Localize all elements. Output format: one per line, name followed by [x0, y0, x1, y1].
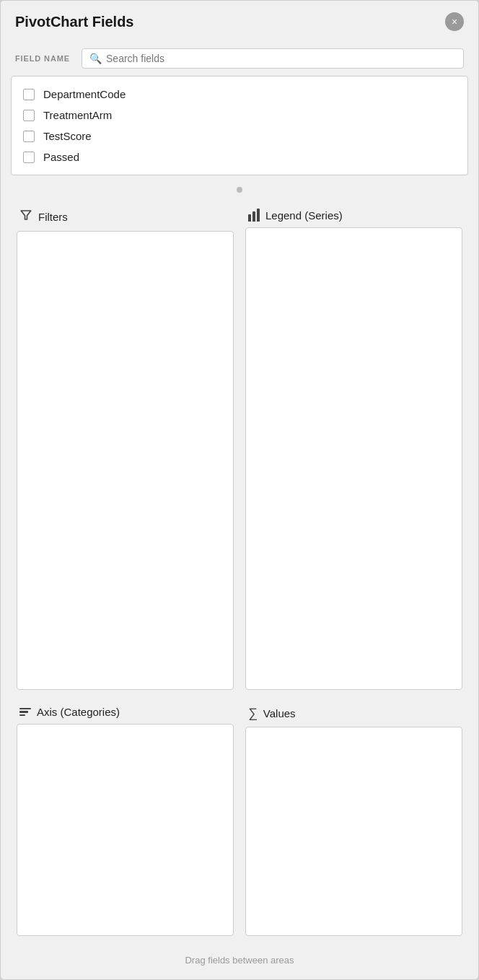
field-checkbox-departmentcode[interactable]	[23, 89, 35, 100]
top-zones: Filters Legend (Series)	[1, 200, 478, 697]
values-label: Values	[263, 707, 296, 719]
field-checkbox-testscore[interactable]	[23, 131, 35, 142]
field-name-row: FIELD NAME 🔍	[1, 43, 478, 76]
fields-list: DepartmentCode TreatmentArm TestScore Pa…	[11, 76, 468, 175]
filters-header: Filters	[17, 204, 234, 231]
values-zone: ∑ Values	[240, 697, 468, 943]
list-item[interactable]: TestScore	[12, 126, 467, 146]
list-item[interactable]: Passed	[12, 146, 467, 167]
filter-icon	[19, 209, 32, 225]
filters-drop-area[interactable]	[17, 231, 234, 690]
field-label: TestScore	[43, 130, 92, 142]
list-item[interactable]: DepartmentCode	[12, 84, 467, 105]
values-header: ∑ Values	[245, 701, 462, 727]
field-name-label: FIELD NAME	[15, 54, 70, 63]
filters-zone: Filters	[11, 200, 240, 697]
panel-title: PivotChart Fields	[15, 14, 133, 30]
legend-label: Legend (Series)	[265, 209, 343, 222]
axis-drop-area[interactable]	[17, 724, 234, 936]
field-checkbox-treatmentarm[interactable]	[23, 110, 35, 121]
search-box: 🔍	[82, 48, 464, 69]
sigma-icon: ∑	[248, 706, 258, 721]
panel-footer: Drag fields between areas	[1, 943, 478, 979]
pivotchart-fields-panel: PivotChart Fields × FIELD NAME 🔍 Departm…	[0, 0, 479, 980]
values-drop-area[interactable]	[245, 727, 462, 936]
axis-zone: Axis (Categories)	[11, 697, 240, 943]
legend-bars-icon	[248, 209, 260, 222]
bottom-zones: Axis (Categories) ∑ Values	[1, 697, 478, 943]
close-icon: ×	[452, 17, 457, 27]
legend-zone: Legend (Series)	[240, 200, 468, 697]
field-label: TreatmentArm	[43, 109, 112, 121]
axis-icon	[19, 708, 31, 717]
field-label: DepartmentCode	[43, 88, 126, 100]
axis-label: Axis (Categories)	[37, 706, 120, 718]
divider	[1, 183, 478, 200]
field-label: Passed	[43, 151, 79, 163]
search-icon: 🔍	[89, 53, 102, 64]
search-input[interactable]	[106, 53, 456, 64]
svg-marker-0	[21, 211, 31, 219]
panel-header: PivotChart Fields ×	[1, 1, 478, 43]
legend-drop-area[interactable]	[245, 227, 462, 690]
divider-dot	[237, 187, 242, 193]
close-button[interactable]: ×	[445, 12, 464, 31]
legend-header: Legend (Series)	[245, 204, 462, 227]
footer-hint: Drag fields between areas	[185, 955, 294, 966]
field-checkbox-passed[interactable]	[23, 152, 35, 163]
filters-label: Filters	[38, 211, 68, 223]
axis-header: Axis (Categories)	[17, 701, 234, 724]
list-item[interactable]: TreatmentArm	[12, 105, 467, 126]
